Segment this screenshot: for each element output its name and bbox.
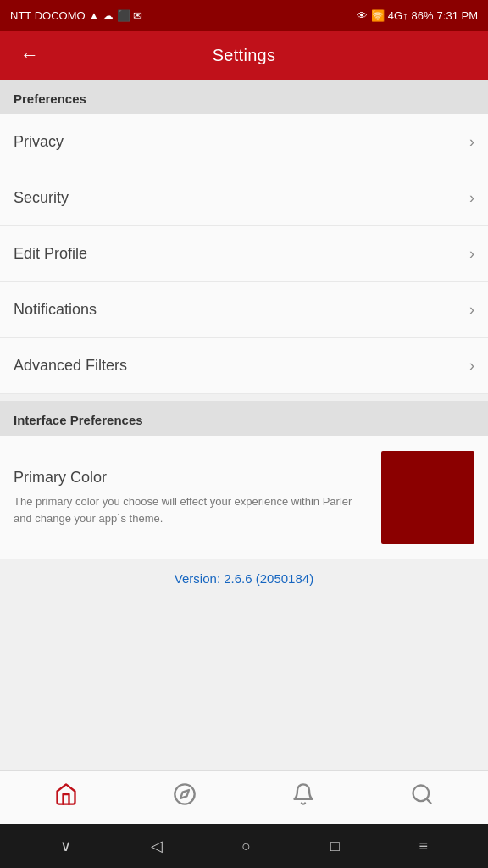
time-text: 7:31 PM (437, 9, 478, 22)
preferences-section-header: Preferences (0, 80, 488, 114)
status-right: 👁 🛜 4G↑ 86% 7:31 PM (357, 9, 478, 22)
android-menu-button[interactable]: ≡ (406, 831, 442, 862)
nav-home-button[interactable] (37, 774, 95, 821)
privacy-label: Privacy (14, 133, 64, 151)
primary-color-title: Primary Color (14, 469, 368, 487)
eye-icon: 👁 (357, 9, 368, 22)
android-home-icon: ○ (241, 837, 251, 854)
privacy-chevron-icon: › (469, 133, 474, 151)
edit-profile-chevron-icon: › (469, 245, 474, 263)
version-row: Version: 2.6.6 (2050184) (0, 559, 488, 598)
primary-color-description: The primary color you choose will effect… (14, 493, 368, 526)
explore-icon (173, 782, 197, 812)
notifications-label: Notifications (14, 301, 97, 319)
nav-notifications-button[interactable] (274, 774, 332, 821)
app-bar: ← Settings (0, 31, 488, 80)
advanced-filters-chevron-icon: › (469, 357, 474, 375)
android-back-button[interactable]: ◁ (137, 830, 176, 862)
android-menu-icon: ≡ (419, 837, 429, 854)
notifications-item[interactable]: Notifications › (0, 282, 488, 338)
svg-line-3 (426, 798, 430, 803)
interface-preferences-label: Interface Preferences (14, 413, 143, 427)
signal-icons: ▲ ☁ ⬛ ✉ (89, 9, 143, 22)
search-icon (410, 782, 434, 812)
signal-icon: 4G↑ (388, 9, 408, 22)
settings-content: Preferences Privacy › Security › Edit Pr… (0, 80, 488, 770)
android-recents-button[interactable]: □ (317, 831, 353, 862)
home-icon (54, 782, 78, 812)
status-bar: NTT DOCOMO ▲ ☁ ⬛ ✉ 👁 🛜 4G↑ 86% 7:31 PM (0, 0, 488, 31)
preferences-list: Privacy › Security › Edit Profile › Noti… (0, 114, 488, 394)
security-label: Security (14, 189, 69, 207)
android-home-button[interactable]: ○ (228, 831, 264, 862)
android-nav-bar: ∨ ◁ ○ □ ≡ (0, 824, 488, 868)
wifi-icon: 🛜 (371, 9, 385, 22)
android-down-button[interactable]: ∨ (47, 830, 85, 862)
bell-icon (291, 782, 315, 812)
notifications-chevron-icon: › (469, 301, 474, 319)
edit-profile-item[interactable]: Edit Profile › (0, 226, 488, 282)
interface-preferences-header: Interface Preferences (0, 401, 488, 436)
edit-profile-label: Edit Profile (14, 245, 87, 263)
android-recents-icon: □ (330, 837, 340, 854)
security-chevron-icon: › (469, 189, 474, 207)
version-text: Version: 2.6.6 (2050184) (175, 571, 313, 586)
primary-color-swatch[interactable] (381, 451, 474, 544)
battery-text: 86% (412, 9, 434, 22)
down-icon: ∨ (60, 837, 71, 854)
privacy-item[interactable]: Privacy › (0, 114, 488, 170)
back-arrow-icon: ← (20, 44, 39, 66)
carrier-text: NTT DOCOMO (10, 9, 86, 22)
advanced-filters-item[interactable]: Advanced Filters › (0, 338, 488, 394)
back-button[interactable]: ← (14, 37, 46, 73)
svg-point-0 (175, 784, 194, 804)
bottom-nav (0, 770, 488, 824)
status-left: NTT DOCOMO ▲ ☁ ⬛ ✉ (10, 9, 142, 22)
page-title: Settings (213, 46, 276, 65)
nav-search-button[interactable] (393, 774, 451, 821)
android-back-icon: ◁ (151, 837, 163, 854)
security-item[interactable]: Security › (0, 170, 488, 226)
preferences-label: Preferences (14, 92, 86, 106)
primary-color-row[interactable]: Primary Color The primary color you choo… (0, 436, 488, 559)
svg-marker-1 (180, 790, 189, 798)
nav-explore-button[interactable] (156, 774, 214, 821)
advanced-filters-label: Advanced Filters (14, 357, 127, 375)
interface-section: Interface Preferences Primary Color The … (0, 401, 488, 559)
primary-color-text-block: Primary Color The primary color you choo… (14, 469, 381, 526)
